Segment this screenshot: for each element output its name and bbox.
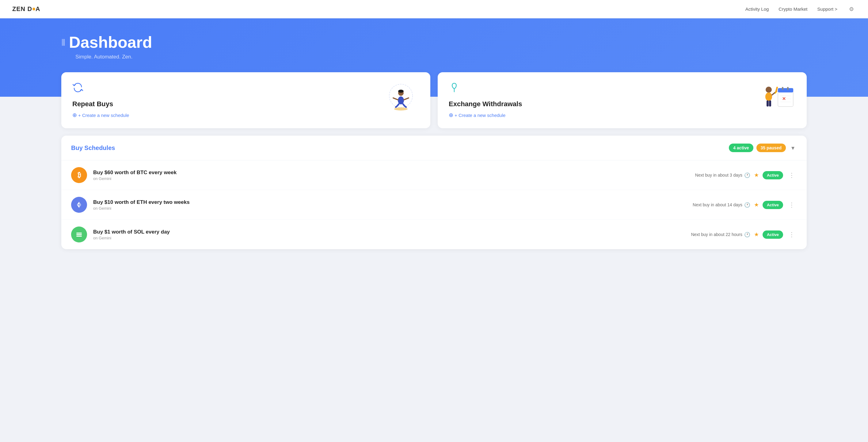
repeat-buys-illustration	[382, 82, 419, 113]
svg-rect-29	[76, 234, 82, 235]
collapse-button[interactable]: ▾	[789, 143, 797, 153]
schedules-badges: 4 active 35 paused ▾	[729, 143, 797, 153]
sol-next-buy: Next buy in about 22 hours 🕐	[691, 232, 750, 238]
nav-crypto-market[interactable]: Crypto Market	[778, 6, 807, 12]
sol-more-button[interactable]: ⋮	[787, 230, 797, 239]
btc-status-badge: Active	[763, 171, 783, 179]
navbar: ZEN DA Activity Log Crypto Market Suppor…	[0, 0, 868, 19]
dashboard-icon: ⦀	[61, 37, 65, 48]
cards-row: Repeat Buys ⊕ + Create a new schedule	[61, 72, 807, 128]
svg-point-3	[398, 90, 404, 93]
exchange-withdrawals-illustration	[759, 82, 796, 113]
sol-status-badge: Active	[763, 231, 783, 239]
hero-subtitle: Simple. Automated. Zen.	[75, 54, 807, 60]
eth-description: Buy $10 worth of ETH every two weeks	[93, 199, 687, 205]
btc-next-buy: Next buy in about 3 days 🕐	[695, 172, 750, 178]
exchange-withdrawals-title: Exchange Withdrawals	[449, 100, 759, 108]
svg-rect-28	[76, 233, 82, 234]
btc-schedule-info: Buy $60 worth of BTC every week on Gemin…	[93, 170, 689, 181]
btc-description: Buy $60 worth of BTC every week	[93, 170, 689, 176]
eth-status-badge: Active	[763, 201, 783, 209]
logo: ZEN DA	[12, 5, 40, 12]
clock-icon: 🕐	[744, 232, 750, 238]
btc-star-icon[interactable]: ★	[754, 172, 759, 178]
exchange-withdrawals-link[interactable]: ⊕ + Create a new schedule	[449, 112, 759, 118]
btc-more-button[interactable]: ⋮	[787, 170, 797, 180]
schedules-section: Buy Schedules 4 active 35 paused ▾ ₿ Buy…	[61, 136, 807, 249]
sol-schedule-right: Next buy in about 22 hours 🕐 ★ Active ⋮	[691, 230, 797, 239]
navbar-right: Activity Log Crypto Market Support > ⚙	[745, 5, 856, 13]
svg-rect-10	[769, 100, 771, 106]
sol-schedule-info: Buy $1 worth of SOL every day on Gemini	[93, 229, 685, 240]
eth-schedule-info: Buy $10 worth of ETH every two weeks on …	[93, 199, 687, 211]
btc-schedule-right: Next buy in about 3 days 🕐 ★ Active ⋮	[695, 170, 797, 180]
svg-rect-9	[767, 100, 769, 106]
btc-coin-icon: ₿	[71, 167, 87, 183]
settings-icon[interactable]: ⚙	[847, 5, 856, 13]
svg-point-7	[766, 87, 772, 93]
paused-badge: 35 paused	[756, 143, 786, 152]
repeat-buys-link[interactable]: ⊕ + Create a new schedule	[72, 112, 382, 118]
svg-rect-30	[76, 236, 82, 237]
sol-description: Buy $1 worth of SOL every day	[93, 229, 685, 235]
svg-point-8	[765, 93, 772, 101]
svg-point-6	[394, 107, 408, 110]
eth-schedule-right: Next buy in about 14 days 🕐 ★ Active ⋮	[693, 200, 797, 210]
table-row: ₿ Buy $60 worth of BTC every week on Gem…	[61, 160, 807, 190]
sol-coin-icon	[71, 227, 87, 242]
table-row: Buy $10 worth of ETH every two weeks on …	[61, 190, 807, 220]
eth-more-button[interactable]: ⋮	[787, 200, 797, 210]
hero-title: Dashboard	[69, 33, 152, 52]
schedules-title: Buy Schedules	[71, 144, 115, 151]
eth-coin-icon	[71, 197, 87, 213]
clock-icon: 🕐	[744, 202, 750, 208]
svg-point-1	[398, 96, 404, 104]
sol-star-icon[interactable]: ★	[754, 231, 759, 238]
main-content: Repeat Buys ⊕ + Create a new schedule	[0, 72, 868, 268]
exchange-withdrawals-card: Exchange Withdrawals ⊕ + Create a new sc…	[438, 72, 807, 128]
repeat-buys-icon	[72, 82, 382, 95]
eth-exchange: on Gemini	[93, 206, 687, 211]
nav-support[interactable]: Support >	[817, 6, 837, 12]
svg-rect-17	[787, 87, 788, 90]
clock-icon: 🕐	[744, 172, 750, 178]
svg-rect-16	[782, 87, 783, 90]
active-badge: 4 active	[729, 143, 753, 152]
svg-rect-12	[775, 87, 778, 93]
nav-activity-log[interactable]: Activity Log	[745, 6, 769, 12]
svg-line-4	[393, 98, 398, 100]
exchange-withdrawals-left: Exchange Withdrawals ⊕ + Create a new sc…	[449, 82, 759, 118]
repeat-buys-card: Repeat Buys ⊕ + Create a new schedule	[61, 72, 430, 128]
schedules-header: Buy Schedules 4 active 35 paused ▾	[61, 136, 807, 160]
eth-star-icon[interactable]: ★	[754, 201, 759, 208]
hero-title-row: ⦀ Dashboard	[61, 33, 807, 52]
table-row: Buy $1 worth of SOL every day on Gemini …	[61, 220, 807, 249]
btc-exchange: on Gemini	[93, 176, 689, 181]
sol-exchange: on Gemini	[93, 236, 685, 240]
exchange-withdrawals-icon	[449, 82, 759, 95]
repeat-buys-left: Repeat Buys ⊕ + Create a new schedule	[72, 82, 382, 118]
repeat-buys-title: Repeat Buys	[72, 100, 382, 108]
svg-rect-15	[778, 88, 793, 93]
svg-line-5	[404, 98, 409, 100]
eth-next-buy: Next buy in about 14 days 🕐	[693, 202, 750, 208]
